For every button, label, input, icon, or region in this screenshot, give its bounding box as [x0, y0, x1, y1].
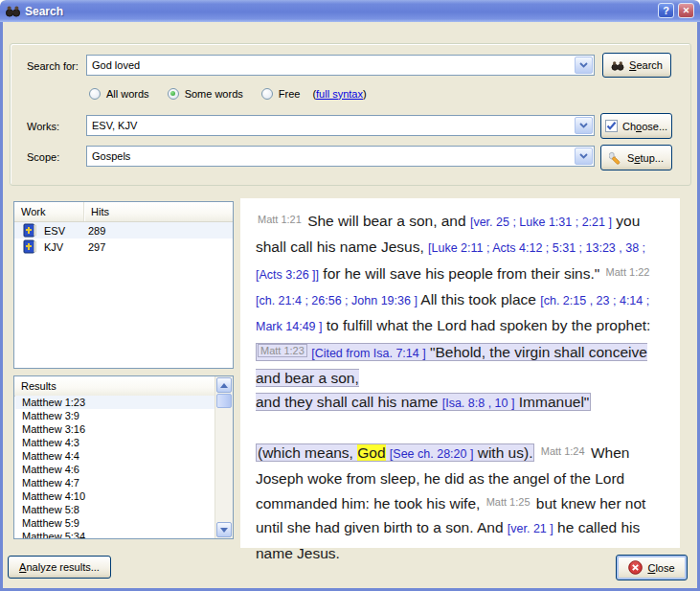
- wrench-icon: [609, 151, 622, 165]
- hits-table-header: Work Hits: [14, 202, 233, 222]
- column-header-work[interactable]: Work: [14, 202, 84, 221]
- works-label: Works:: [27, 121, 59, 132]
- cross-reference-link[interactable]: [See ch. 28:20 ]: [390, 447, 474, 461]
- close-icon: ✕: [683, 6, 690, 15]
- verse-text: Immanuel": [514, 394, 589, 410]
- verse-tag: Matt 1:25: [485, 496, 532, 508]
- analyze-results-button[interactable]: Analyze results...: [8, 556, 111, 579]
- results-scrollbar[interactable]: [215, 376, 233, 538]
- list-item[interactable]: Matthew 3:16: [15, 422, 215, 436]
- syntax-link-suffix: ): [363, 88, 367, 100]
- list-item[interactable]: Matthew 4:10: [15, 489, 215, 503]
- radio-icon[interactable]: [89, 88, 101, 100]
- work-name: KJV: [44, 241, 82, 253]
- chevron-down-icon[interactable]: [575, 57, 593, 74]
- close-button-label: Close: [647, 562, 674, 574]
- hit-count: 297: [88, 241, 105, 253]
- list-item[interactable]: Matthew 5:8: [15, 503, 215, 516]
- verse-text: All this took place: [418, 291, 540, 307]
- window-close-button[interactable]: ✕: [678, 3, 694, 18]
- search-button-label: Search: [629, 59, 663, 71]
- search-for-combobox[interactable]: God loved: [86, 55, 595, 76]
- selected-verse-highlight: (which means, God [See ch. 28:20 ] with …: [256, 443, 534, 462]
- radio-icon[interactable]: [261, 88, 273, 100]
- list-item[interactable]: Matthew 5:34: [15, 530, 215, 538]
- list-item[interactable]: Matthew 4:4: [15, 449, 215, 463]
- title-bar: Search ? ✕: [0, 0, 700, 22]
- cross-reference-link[interactable]: [ver. 25 ; Luke 1:31 ; 2:21 ]: [470, 216, 612, 229]
- results-list: Results Matthew 1:23Matthew 3:9Matthew 3…: [13, 375, 234, 539]
- table-row[interactable]: ESV 289: [14, 222, 233, 239]
- scope-setup-button[interactable]: Setup...: [600, 145, 672, 170]
- list-item[interactable]: Matthew 5:9: [15, 516, 215, 530]
- verse-text: and they shall call his name: [256, 394, 442, 410]
- radio-option-free[interactable]: Free: [261, 88, 301, 100]
- cross-reference-link[interactable]: [Isa. 8:8 , 10 ]: [442, 397, 515, 410]
- verse-tag: Matt 1:22: [604, 266, 652, 278]
- list-item[interactable]: Matthew 1:23: [15, 396, 215, 409]
- question-mark-icon: ?: [663, 5, 669, 16]
- checkmark-icon: [605, 120, 618, 132]
- scope-label: Scope:: [27, 151, 59, 163]
- scope-value[interactable]: Gospels: [87, 150, 594, 162]
- verse-paragraph: Matt 1:23 [Cited from Isa. 7:14 ] "Behol…: [256, 339, 668, 416]
- column-header-results[interactable]: Results: [14, 376, 233, 396]
- cross-reference-link[interactable]: [ver. 21 ]: [508, 522, 553, 535]
- verse-tag: Matt 1:24: [539, 445, 587, 457]
- search-for-label: Search for:: [27, 60, 79, 72]
- verse-text: to fulfill what the Lord had spoken by t…: [322, 317, 650, 333]
- setup-button-label: Setup...: [627, 152, 664, 164]
- binoculars-icon: [611, 60, 624, 71]
- verse-text-pane: Matt 1:21 She will bear a son, and [ver.…: [240, 198, 680, 548]
- radio-selected-icon[interactable]: [168, 88, 179, 100]
- radio-option-all-words[interactable]: All words: [89, 88, 149, 100]
- results-list-header: Results: [14, 376, 233, 397]
- list-item[interactable]: Matthew 3:9: [15, 409, 215, 422]
- verse-paragraph: (which means, God [See ch. 28:20 ] with …: [256, 440, 668, 565]
- radio-option-label: Free: [279, 88, 301, 100]
- table-row[interactable]: KJV 297: [14, 239, 233, 255]
- scope-combobox[interactable]: Gospels: [86, 146, 595, 167]
- cross-reference-link[interactable]: [ch. 21:4 ; 26:56 ; John 19:36 ]: [256, 294, 418, 307]
- scroll-down-button[interactable]: [216, 522, 232, 537]
- close-button[interactable]: Close: [616, 555, 688, 580]
- verse-paragraph: Matt 1:21 She will bear a son, and [ver.…: [256, 208, 668, 339]
- selected-verse-highlight: Matt 1:23 [Cited from Isa. 7:14 ] "Behol…: [256, 343, 647, 411]
- verse-text: She will bear a son, and: [304, 213, 470, 229]
- hit-count: 289: [88, 225, 105, 237]
- radio-option-label: All words: [106, 88, 149, 100]
- chevron-down-icon[interactable]: [575, 117, 593, 134]
- list-item[interactable]: Matthew 4:6: [15, 463, 215, 476]
- radio-option-some-words[interactable]: Some words: [168, 88, 243, 100]
- verse-tag: Matt 1:21: [256, 214, 304, 225]
- choose-works-button[interactable]: Choose...: [600, 113, 672, 139]
- blue-book-icon: [23, 239, 37, 254]
- chevron-down-icon[interactable]: [575, 148, 593, 165]
- help-button[interactable]: ?: [658, 3, 674, 18]
- scroll-up-button[interactable]: [216, 377, 232, 393]
- window-title: Search: [25, 5, 63, 18]
- search-for-value[interactable]: God loved: [87, 59, 594, 71]
- works-combobox[interactable]: ESV, KJV: [86, 115, 595, 136]
- column-header-hits[interactable]: Hits: [84, 202, 109, 221]
- binoculars-icon: [6, 5, 20, 17]
- analyze-button-label: Analyze results...: [19, 561, 100, 573]
- word-mode-options: All wordsSome wordsFree (full syntax): [89, 85, 367, 102]
- work-name: ESV: [44, 225, 82, 237]
- choose-button-label: Choose...: [622, 121, 667, 132]
- full-syntax-link[interactable]: full syntax: [316, 88, 363, 100]
- cross-reference-link[interactable]: [Cited from Isa. 7:14 ]: [311, 347, 426, 360]
- works-value[interactable]: ESV, KJV: [87, 120, 594, 131]
- search-hit-term: God: [357, 444, 385, 461]
- search-button[interactable]: Search: [602, 53, 671, 78]
- radio-option-label: Some words: [185, 88, 243, 100]
- scrollbar-thumb[interactable]: [216, 394, 232, 408]
- red-circle-x-icon: [628, 560, 643, 575]
- arrow-up-icon: [220, 383, 228, 388]
- search-dialog: Search ? ✕ Search for: God loved Search …: [0, 0, 700, 591]
- list-item[interactable]: Matthew 4:7: [15, 476, 215, 489]
- list-item[interactable]: Matthew 4:3: [15, 436, 215, 449]
- results-list-body: Matthew 1:23Matthew 3:9Matthew 3:16Matth…: [15, 396, 215, 538]
- hits-table-body: ESV 289 KJV 297: [14, 222, 233, 255]
- window-border-left: [0, 19, 3, 591]
